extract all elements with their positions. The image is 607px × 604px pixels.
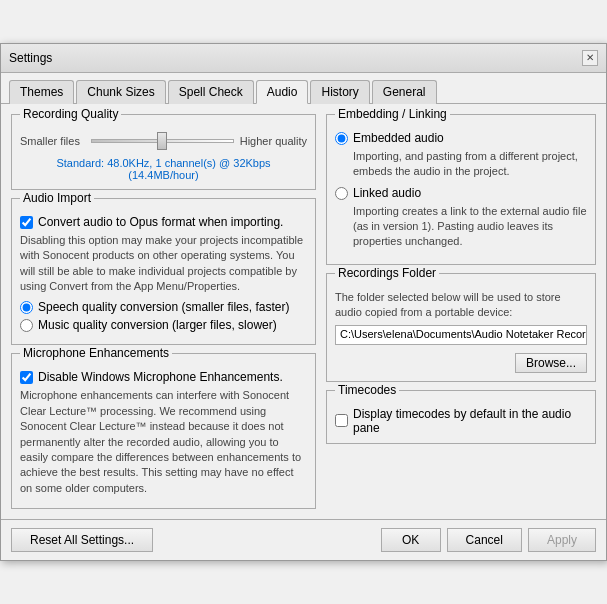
recordings-folder-description: The folder selected below will be used t…: [335, 290, 587, 321]
microphone-title: Microphone Enhancements: [20, 346, 172, 360]
quality-standard-text: Standard: 48.0KHz, 1 channel(s) @ 32Kbps…: [20, 157, 307, 181]
ok-button[interactable]: OK: [381, 528, 441, 552]
main-content: Recording Quality Smaller files Higher q…: [1, 104, 606, 519]
recordings-folder-title: Recordings Folder: [335, 266, 439, 280]
slider-thumb[interactable]: [157, 132, 167, 150]
linked-label: Linked audio: [353, 186, 421, 200]
embedded-radio-section: Embedded audio Importing, and pasting fr…: [335, 131, 587, 180]
linked-radio-row: Linked audio: [335, 186, 587, 200]
embedded-label: Embedded audio: [353, 131, 444, 145]
timecodes-label: Display timecodes by default in the audi…: [353, 407, 587, 435]
left-column: Recording Quality Smaller files Higher q…: [11, 114, 316, 509]
folder-path-input[interactable]: C:\Users\elena\Documents\Audio Notetaker…: [335, 325, 587, 345]
microphone-description: Microphone enhancements can interfere wi…: [20, 388, 307, 496]
tab-chunk-sizes[interactable]: Chunk Sizes: [76, 80, 165, 104]
recordings-folder-group: Recordings Folder The folder selected be…: [326, 273, 596, 382]
apply-button[interactable]: Apply: [528, 528, 596, 552]
tab-spell-check[interactable]: Spell Check: [168, 80, 254, 104]
music-quality-radio[interactable]: [20, 319, 33, 332]
browse-button[interactable]: Browse...: [515, 353, 587, 373]
embedding-title: Embedding / Linking: [335, 107, 450, 121]
footer: Reset All Settings... OK Cancel Apply: [1, 519, 606, 560]
audio-import-group: Audio Import Convert audio to Opus forma…: [11, 198, 316, 346]
embedded-radio-row: Embedded audio: [335, 131, 587, 145]
linked-description: Importing creates a link to the external…: [353, 204, 587, 250]
recording-quality-group: Recording Quality Smaller files Higher q…: [11, 114, 316, 190]
microphone-checkbox-row: Disable Windows Microphone Enhancements.: [20, 370, 307, 384]
microphone-checkbox-label: Disable Windows Microphone Enhancements.: [38, 370, 283, 384]
slider-track: [91, 139, 234, 143]
tab-bar: Themes Chunk Sizes Spell Check Audio His…: [1, 73, 606, 104]
tab-themes[interactable]: Themes: [9, 80, 74, 104]
speech-quality-radio[interactable]: [20, 301, 33, 314]
window-title: Settings: [9, 51, 52, 65]
convert-checkbox-row: Convert audio to Opus format when import…: [20, 215, 307, 229]
embedding-group: Embedding / Linking Embedded audio Impor…: [326, 114, 596, 265]
audio-import-description: Disabling this option may make your proj…: [20, 233, 307, 295]
quality-slider[interactable]: [91, 131, 234, 151]
linked-radio[interactable]: [335, 187, 348, 200]
timecodes-checkbox[interactable]: [335, 414, 348, 427]
tab-general[interactable]: General: [372, 80, 437, 104]
footer-left: Reset All Settings...: [11, 528, 153, 552]
convert-label: Convert audio to Opus format when import…: [38, 215, 283, 229]
quality-label-higher: Higher quality: [240, 135, 307, 147]
music-quality-label: Music quality conversion (larger files, …: [38, 318, 277, 332]
music-quality-row: Music quality conversion (larger files, …: [20, 318, 307, 332]
title-bar: Settings ✕: [1, 44, 606, 73]
tab-audio[interactable]: Audio: [256, 80, 309, 104]
footer-right: OK Cancel Apply: [381, 528, 596, 552]
convert-checkbox[interactable]: [20, 216, 33, 229]
quality-slider-row: Smaller files Higher quality: [20, 131, 307, 151]
timecodes-group: Timecodes Display timecodes by default i…: [326, 390, 596, 444]
speech-quality-label: Speech quality conversion (smaller files…: [38, 300, 289, 314]
reset-all-button[interactable]: Reset All Settings...: [11, 528, 153, 552]
cancel-button[interactable]: Cancel: [447, 528, 522, 552]
microphone-group: Microphone Enhancements Disable Windows …: [11, 353, 316, 509]
recording-quality-title: Recording Quality: [20, 107, 121, 121]
linked-radio-section: Linked audio Importing creates a link to…: [335, 186, 587, 250]
audio-import-title: Audio Import: [20, 191, 94, 205]
close-button[interactable]: ✕: [582, 50, 598, 66]
microphone-checkbox[interactable]: [20, 371, 33, 384]
right-column: Embedding / Linking Embedded audio Impor…: [326, 114, 596, 509]
embedded-radio[interactable]: [335, 132, 348, 145]
quality-label-smaller: Smaller files: [20, 135, 85, 147]
speech-quality-row: Speech quality conversion (smaller files…: [20, 300, 307, 314]
embedded-description: Importing, and pasting from a different …: [353, 149, 587, 180]
timecodes-checkbox-row: Display timecodes by default in the audi…: [335, 407, 587, 435]
timecodes-title: Timecodes: [335, 383, 399, 397]
tab-history[interactable]: History: [310, 80, 369, 104]
settings-window: Settings ✕ Themes Chunk Sizes Spell Chec…: [0, 43, 607, 561]
